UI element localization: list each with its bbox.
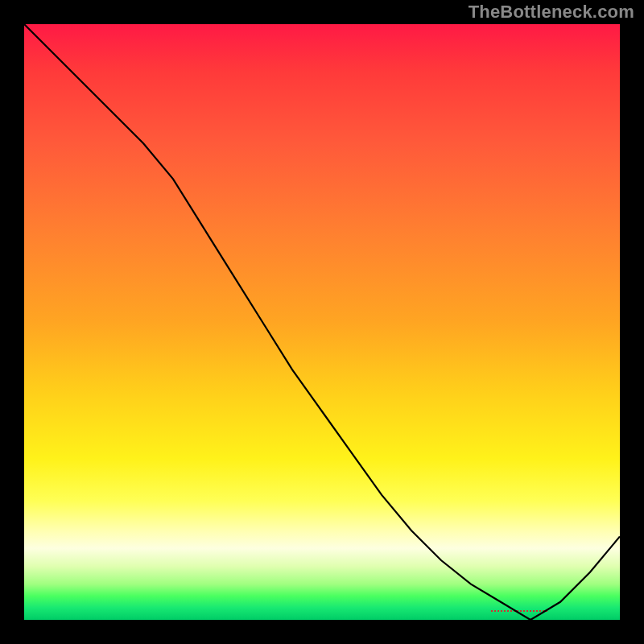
chart-root: TheBottleneck.com — [0, 0, 644, 644]
watermark-text: TheBottleneck.com — [469, 2, 634, 23]
plot-area — [24, 24, 620, 620]
bottleneck-curve — [24, 24, 620, 620]
curve-path — [24, 24, 620, 620]
